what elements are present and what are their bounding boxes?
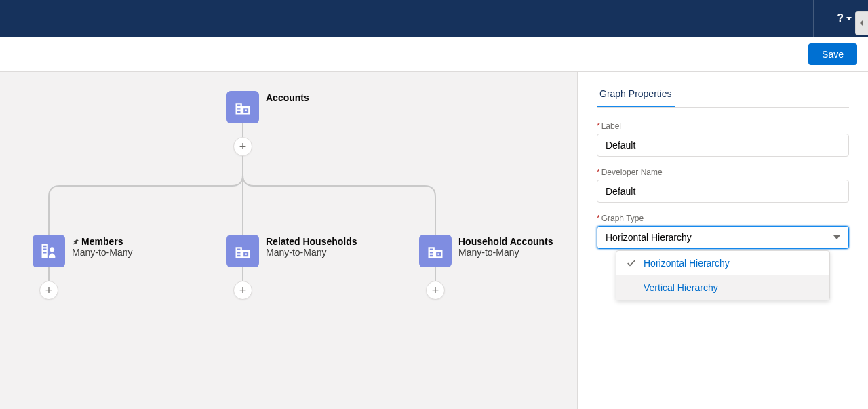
help-button[interactable]: ? bbox=[837, 12, 852, 24]
field-label: *Label bbox=[597, 121, 849, 157]
node-subtitle: Many-to-Many bbox=[72, 247, 132, 258]
chevron-down-icon bbox=[833, 235, 840, 239]
connector bbox=[435, 267, 436, 281]
pin-icon bbox=[72, 237, 80, 246]
add-child-button[interactable]: + bbox=[233, 137, 252, 156]
graph-node-child[interactable]: Members Many-to-Many bbox=[33, 235, 132, 267]
dropdown-option[interactable]: Horizontal Hierarchy bbox=[616, 251, 829, 275]
connector-branch bbox=[39, 156, 446, 237]
tab-bar: Graph Properties bbox=[597, 83, 849, 108]
node-subtitle: Many-to-Many bbox=[266, 247, 357, 258]
graph-type-dropdown: Horizontal Hierarchy Vertical Hierarchy bbox=[616, 250, 830, 300]
collapse-panel-button[interactable] bbox=[855, 11, 868, 35]
node-subtitle: Many-to-Many bbox=[458, 247, 553, 258]
node-title: Household Accounts bbox=[458, 236, 553, 247]
account-icon bbox=[419, 235, 452, 267]
connector bbox=[242, 123, 243, 138]
check-icon bbox=[626, 258, 637, 269]
graph-type-select[interactable]: Horizontal Hierarchy bbox=[597, 226, 849, 249]
header-divider bbox=[813, 0, 814, 37]
dropdown-option[interactable]: Vertical Hierarchy bbox=[616, 275, 829, 300]
add-child-button[interactable]: + bbox=[233, 281, 252, 300]
graph-node-root[interactable]: Accounts bbox=[226, 91, 309, 123]
graph-node-child[interactable]: Related Households Many-to-Many bbox=[226, 235, 357, 267]
toolbar: Save bbox=[0, 37, 868, 72]
chevron-down-icon bbox=[846, 17, 852, 20]
properties-panel: Graph Properties *Label *Developer Name … bbox=[578, 72, 868, 409]
node-title: Members bbox=[72, 236, 132, 247]
field-developer-name: *Developer Name bbox=[597, 168, 849, 203]
account-icon bbox=[226, 235, 259, 267]
field-label-text: *Graph Type bbox=[597, 214, 849, 223]
tab-graph-properties[interactable]: Graph Properties bbox=[597, 83, 675, 107]
graph-node-child[interactable]: Household Accounts Many-to-Many bbox=[419, 235, 553, 267]
node-title: Accounts bbox=[266, 92, 309, 103]
developer-name-input[interactable] bbox=[597, 180, 849, 203]
graph-canvas[interactable]: Accounts + Members bbox=[0, 72, 578, 409]
help-icon: ? bbox=[837, 12, 844, 24]
members-icon bbox=[33, 235, 65, 267]
app-header: ? bbox=[0, 0, 868, 37]
node-title: Related Households bbox=[266, 236, 357, 247]
field-graph-type: *Graph Type Horizontal Hierarchy Horizon… bbox=[597, 214, 849, 249]
label-input[interactable] bbox=[597, 134, 849, 157]
field-label-text: *Label bbox=[597, 121, 849, 131]
connector bbox=[242, 267, 243, 281]
chevron-left-icon bbox=[859, 18, 865, 28]
account-icon bbox=[226, 91, 259, 123]
add-child-button[interactable]: + bbox=[426, 281, 445, 300]
connector bbox=[48, 267, 50, 281]
save-button[interactable]: Save bbox=[808, 43, 857, 65]
field-label-text: *Developer Name bbox=[597, 168, 849, 177]
add-child-button[interactable]: + bbox=[39, 281, 58, 300]
